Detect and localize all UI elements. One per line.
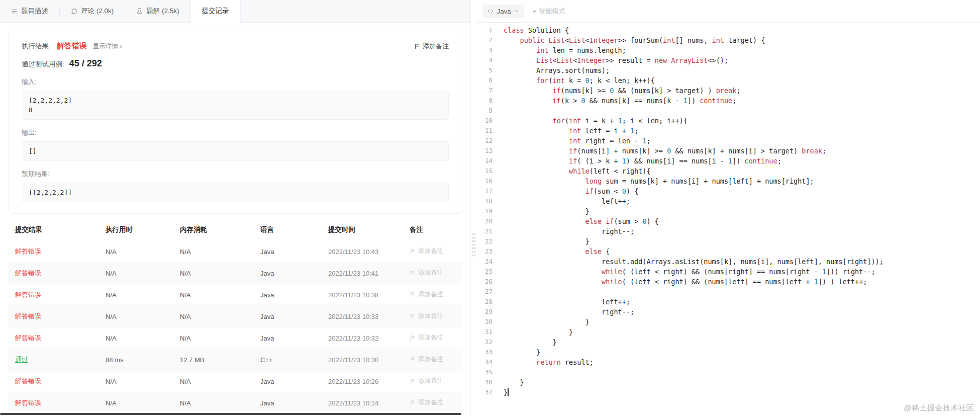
add-note-button[interactable]: 添加备注	[414, 42, 449, 51]
code-line[interactable]: 8 if(k > 0 && nums[k] == nums[k - 1]) co…	[476, 96, 980, 106]
add-note-button[interactable]: 添加备注	[410, 290, 443, 299]
submit-time-cell: 2022/11/23 10:24	[328, 399, 410, 407]
code-text: if( (i > k + 1) && nums[i] == nums[i - 1…	[493, 156, 781, 166]
submission-table-header: 提交结果 执行用时 内存消耗 语言 提交时间 备注	[8, 219, 462, 241]
line-number: 4	[476, 55, 493, 65]
code-line[interactable]: 1class Solution {	[476, 25, 980, 35]
memory-cell: N/A	[180, 291, 260, 299]
code-line[interactable]: 14 if( (i > k + 1) && nums[i] == nums[i …	[476, 156, 980, 166]
code-line[interactable]: 25 while( (left < right) && (nums[right]…	[476, 267, 980, 277]
line-number: 6	[476, 75, 493, 86]
tab-label: 题目描述	[21, 7, 48, 16]
code-line[interactable]: 18 left++;	[476, 196, 980, 206]
code-text: while( (left < right) && (nums[left] == …	[493, 277, 867, 287]
add-note-button[interactable]: 添加备注	[410, 312, 443, 320]
code-line[interactable]: 33 }	[476, 347, 980, 357]
code-line[interactable]: 6 for(int k = 0; k < len; k++){	[476, 75, 980, 86]
horizontal-scrollbar[interactable]	[0, 413, 461, 415]
code-line[interactable]: 7 if(nums[k] >= 0 && (nums[k] > target) …	[476, 86, 980, 96]
runtime-cell: N/A	[106, 248, 180, 256]
add-note-button[interactable]: 添加备注	[410, 355, 443, 364]
line-number: 10	[476, 116, 493, 126]
code-line[interactable]: 9	[476, 106, 980, 116]
submission-result-link[interactable]: 解答错误	[15, 291, 41, 298]
code-editor[interactable]: 1class Solution {2 public List<List<Inte…	[476, 23, 980, 416]
code-line[interactable]: 15 while(left < right){	[476, 166, 980, 176]
code-line[interactable]: 29 right--;	[476, 307, 980, 317]
code-line[interactable]: 11 int left = i + 1;	[476, 126, 980, 136]
submission-result-link[interactable]: 解答错误	[15, 377, 41, 385]
code-line[interactable]: 37}	[476, 387, 980, 397]
code-text: }	[493, 236, 590, 246]
code-line[interactable]: 26 while( (left < right) && (nums[left] …	[476, 277, 980, 287]
submission-table-body: 解答错误N/AN/AJava2022/11/23 10:43添加备注解答错误N/…	[8, 241, 462, 414]
result-cell: 解答错误	[8, 290, 106, 299]
submission-result-link[interactable]: 通过	[15, 356, 28, 363]
line-number: 7	[476, 86, 493, 96]
language-cell: Java	[260, 378, 328, 385]
note-cell: 添加备注	[410, 355, 462, 364]
table-row: 解答错误N/AN/AJava2022/11/23 10:26添加备注	[8, 371, 462, 392]
tab-comments[interactable]: 评论 (2.0k)	[60, 0, 125, 22]
tab-solutions[interactable]: 题解 (2.5k)	[125, 0, 190, 22]
code-text	[493, 106, 504, 116]
smart-mode-toggle[interactable]: 智能模式	[533, 7, 565, 16]
code-editor-panel: Java 智能模式 1class Solution {2 public List…	[476, 0, 980, 416]
add-note-button[interactable]: 添加备注	[410, 269, 443, 277]
tab-problem-description[interactable]: 题目描述	[0, 0, 59, 22]
expected-box[interactable]: [[2,2,2,2]]	[22, 183, 449, 202]
code-line[interactable]: 12 int right = len - 1;	[476, 136, 980, 146]
submission-result-link[interactable]: 解答错误	[15, 334, 41, 342]
code-line[interactable]: 30 }	[476, 317, 980, 327]
code-line[interactable]: 24 result.add(Arrays.asList(nums[k], num…	[476, 257, 980, 267]
language-selector[interactable]: Java	[482, 5, 524, 18]
column-header-runtime: 执行用时	[106, 225, 180, 234]
code-line[interactable]: 23 else {	[476, 246, 980, 257]
code-line[interactable]: 19 }	[476, 206, 980, 216]
add-note-button[interactable]: 添加备注	[410, 398, 443, 407]
column-header-note: 备注	[410, 225, 462, 234]
submission-result-link[interactable]: 解答错误	[15, 312, 41, 320]
add-note-button[interactable]: 添加备注	[410, 247, 443, 256]
code-line[interactable]: 31 }	[476, 327, 980, 337]
code-line[interactable]: 10 for(int i = k + 1; i < len; i++){	[476, 116, 980, 126]
output-box[interactable]: []	[22, 141, 449, 161]
memory-cell: N/A	[180, 313, 260, 320]
code-line[interactable]: 27	[476, 287, 980, 297]
code-text: while(left < right){	[493, 166, 651, 176]
submission-result-link[interactable]: 解答错误	[15, 247, 41, 255]
code-line[interactable]: 32 }	[476, 337, 980, 347]
code-line[interactable]: 5 Arrays.sort(nums);	[476, 65, 980, 75]
submit-time-cell: 2022/11/23 10:26	[328, 378, 410, 385]
code-line[interactable]: 34 return result;	[476, 357, 980, 367]
code-line[interactable]: 28 left++;	[476, 297, 980, 307]
submission-result-link[interactable]: 解答错误	[15, 399, 41, 406]
code-text: if(sum < 0) {	[493, 186, 638, 196]
panel-resize-handle[interactable]	[470, 0, 476, 416]
code-line[interactable]: 22 }	[476, 236, 980, 246]
add-note-button[interactable]: 添加备注	[410, 334, 443, 342]
code-line[interactable]: 36 }	[476, 377, 980, 387]
code-line[interactable]: 2 public List<List<Integer>> fourSum(int…	[476, 35, 980, 45]
code-line[interactable]: 16 long sum = nums[k] + nums[i] + nums[l…	[476, 176, 980, 186]
code-line[interactable]: 20 else if(sum > 0) {	[476, 216, 980, 226]
watermark: @稀土掘金技术社区	[904, 403, 974, 413]
code-line[interactable]: 3 int len = nums.length;	[476, 45, 980, 55]
code-line[interactable]: 17 if(sum < 0) {	[476, 186, 980, 196]
table-row: 解答错误N/AN/AJava2022/11/23 10:33添加备注	[8, 306, 462, 327]
code-line[interactable]: 4 List<List<Integer>> result = new Array…	[476, 55, 980, 65]
passed-testcases-label: 通过测试用例:	[22, 60, 64, 69]
input-box[interactable]: [2,2,2,2,2] 8	[22, 91, 449, 120]
input-label: 输入:	[22, 77, 449, 87]
code-line[interactable]: 35	[476, 367, 980, 377]
code-text: }	[493, 317, 590, 327]
code-line[interactable]: 13 if(nums[i] + nums[k] >= 0 && nums[k] …	[476, 146, 980, 156]
add-note-button[interactable]: 添加备注	[410, 377, 443, 385]
language-icon	[487, 8, 494, 14]
tab-submissions[interactable]: 提交记录	[190, 0, 241, 22]
memory-cell: N/A	[180, 335, 260, 342]
show-details-link[interactable]: 显示详情 ›	[93, 42, 122, 51]
app: 题目描述 评论 (2.0k) 题解 (2.5k) 提交记录 执行结果: 解答错误	[0, 0, 980, 416]
code-line[interactable]: 21 right--;	[476, 226, 980, 236]
submission-result-link[interactable]: 解答错误	[15, 269, 41, 277]
